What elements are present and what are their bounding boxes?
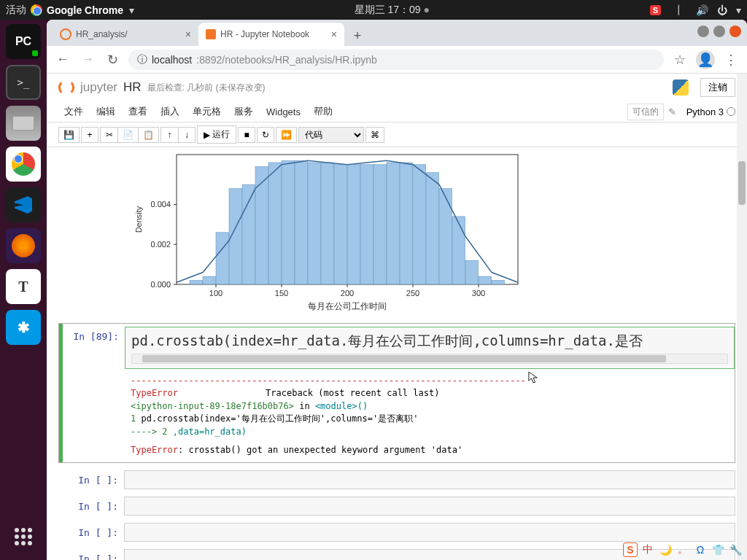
sogou-tray-icon[interactable]: S — [650, 5, 661, 15]
app-launcher-icon[interactable] — [6, 310, 41, 345]
menu-help[interactable]: 帮助 — [308, 103, 338, 120]
system-tray[interactable]: S ⎹⎸ 🔊 ⏻ ▾ — [650, 4, 741, 16]
ime-omega-icon[interactable]: Ω — [693, 542, 708, 557]
horizontal-scrollbar[interactable] — [131, 354, 728, 364]
ime-toolbar[interactable]: S 中 🌙 。 Ω 👕 🔧 — [623, 542, 743, 557]
svg-rect-22 — [465, 260, 479, 284]
reload-button[interactable]: ↻ — [104, 52, 121, 68]
tab-hr-analysis[interactable]: HR_analysis/ × — [53, 23, 198, 46]
interrupt-button[interactable]: ■ — [238, 127, 255, 143]
svg-rect-1 — [190, 281, 203, 284]
ime-shirt-icon[interactable]: 👕 — [711, 542, 725, 557]
command-palette-button[interactable]: ⌘ — [365, 127, 384, 143]
kernel-indicator[interactable]: Python 3 — [686, 106, 735, 117]
window-maximize-button[interactable] — [713, 26, 725, 37]
svg-text:100: 100 — [209, 289, 222, 298]
cut-button[interactable]: ✂ — [100, 127, 117, 143]
menu-view[interactable]: 查看 — [123, 103, 153, 120]
code-input[interactable]: pd.crosstab(index=hr_data.每月在公司工作时间,colu… — [125, 327, 735, 369]
svg-rect-10 — [308, 163, 321, 284]
code-input[interactable] — [124, 470, 735, 489]
save-button[interactable]: 💾 — [58, 127, 80, 143]
window-close-button[interactable] — [729, 26, 741, 37]
active-app-name[interactable]: Google Chrome — [47, 4, 123, 16]
tab-hr-notebook[interactable]: HR - Jupyter Notebook × — [198, 23, 344, 46]
network-icon[interactable]: ⎹⎸ — [670, 4, 687, 16]
jupyter-favicon-icon — [206, 29, 216, 39]
ime-punct-icon[interactable]: 。 — [676, 542, 690, 557]
ime-lang-icon[interactable]: 中 — [640, 542, 655, 557]
empty-code-cell[interactable]: In [ ]: — [58, 470, 735, 489]
jupyter-logo-icon — [58, 79, 74, 96]
terminal-launcher-icon[interactable] — [6, 65, 41, 100]
empty-code-cell[interactable]: In [ ]: — [58, 497, 735, 516]
profile-icon[interactable]: 👤 — [696, 50, 715, 69]
trusted-indicator[interactable]: 可信的 — [627, 104, 664, 120]
pycharm-launcher-icon[interactable] — [6, 24, 41, 59]
new-tab-button[interactable]: + — [347, 26, 368, 46]
tab-close-icon[interactable]: × — [185, 28, 191, 40]
forward-button[interactable]: → — [79, 52, 96, 67]
menu-widgets[interactable]: Widgets — [260, 104, 306, 120]
svg-rect-15 — [374, 165, 387, 284]
tab-strip: HR_analysis/ × HR - Jupyter Notebook × + — [47, 20, 747, 46]
svg-rect-16 — [387, 163, 400, 284]
menu-cell[interactable]: 单元格 — [187, 103, 227, 120]
ime-wrench-icon[interactable]: 🔧 — [728, 542, 743, 557]
menu-insert[interactable]: 插入 — [155, 103, 185, 120]
tab-title: HR_analysis/ — [76, 29, 128, 39]
ime-moon-icon[interactable]: 🌙 — [658, 542, 673, 557]
restart-run-all-button[interactable]: ⏩ — [276, 127, 297, 143]
svg-rect-11 — [321, 163, 334, 284]
copy-button[interactable]: 📄 — [117, 127, 138, 143]
window-minimize-button[interactable] — [697, 26, 709, 37]
firefox-launcher-icon[interactable] — [6, 228, 41, 263]
volume-icon[interactable]: 🔊 — [696, 4, 708, 16]
code-cell-89[interactable]: In [89]: pd.crosstab(index=hr_data.每月在公司… — [58, 323, 735, 463]
address-bar[interactable]: ⓘ localhost:8892/notebooks/HR_analysis/H… — [128, 50, 664, 70]
site-info-icon[interactable]: ⓘ — [137, 53, 147, 66]
restart-button[interactable]: ↻ — [257, 127, 274, 143]
svg-rect-21 — [452, 217, 465, 284]
activities-button[interactable]: 活动 — [6, 4, 26, 17]
paste-button[interactable]: 📋 — [138, 127, 159, 143]
cell-prompt: In [89]: — [59, 327, 125, 459]
menu-file[interactable]: 文件 — [58, 103, 89, 120]
svg-rect-6 — [255, 166, 268, 284]
vscode-launcher-icon[interactable] — [6, 187, 41, 222]
code-input[interactable] — [124, 497, 735, 516]
files-launcher-icon[interactable] — [6, 106, 41, 141]
textedit-launcher-icon[interactable] — [6, 269, 41, 304]
empty-code-cell[interactable]: In [ ]: — [58, 523, 735, 542]
logout-button[interactable]: 注销 — [700, 78, 735, 97]
pencil-icon[interactable]: ✎ — [668, 106, 676, 117]
back-button[interactable]: ← — [54, 52, 71, 67]
move-up-button[interactable]: ↑ — [160, 127, 178, 143]
chrome-menu-icon[interactable]: ⋮ — [722, 52, 740, 68]
run-button[interactable]: ▶运行 — [197, 125, 236, 144]
svg-text:200: 200 — [341, 289, 354, 298]
svg-rect-8 — [282, 160, 295, 284]
clock[interactable]: 星期三 17：09 — [355, 4, 421, 15]
mouse-cursor-icon — [528, 370, 538, 385]
page-vertical-scrollbar[interactable] — [737, 74, 747, 560]
bookmark-star-icon[interactable]: ☆ — [671, 52, 689, 68]
svg-rect-13 — [347, 165, 360, 284]
svg-text:300: 300 — [472, 289, 485, 298]
sogou-ime-icon[interactable]: S — [623, 542, 638, 557]
power-icon[interactable]: ⏻ — [717, 4, 727, 16]
notebook-name[interactable]: HR — [123, 80, 142, 95]
svg-rect-3 — [216, 233, 229, 284]
show-apps-button[interactable] — [12, 525, 35, 548]
menu-kernel[interactable]: 服务 — [228, 103, 259, 120]
svg-rect-12 — [334, 165, 347, 284]
svg-rect-5 — [242, 184, 255, 284]
move-down-button[interactable]: ↓ — [178, 127, 196, 143]
add-cell-button[interactable]: + — [81, 127, 98, 143]
chrome-launcher-icon[interactable] — [6, 147, 41, 182]
code-input[interactable] — [124, 523, 735, 542]
tab-close-icon[interactable]: × — [331, 28, 337, 40]
menu-edit[interactable]: 编辑 — [90, 103, 121, 120]
cell-output-error: ----------------------------------------… — [125, 369, 735, 459]
cell-type-select[interactable]: 代码 — [298, 127, 364, 143]
